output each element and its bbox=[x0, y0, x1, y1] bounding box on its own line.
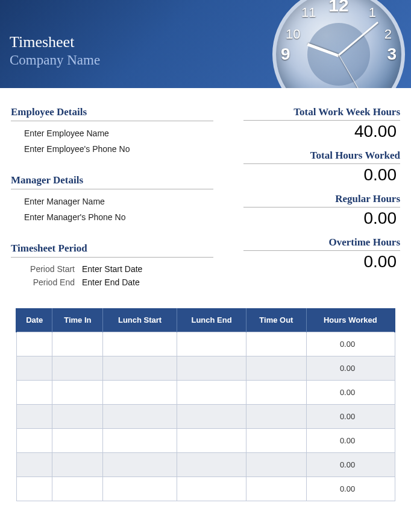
page-header: Timesheet Company Name 12 1 2 3 9 10 11 bbox=[0, 0, 411, 88]
cell-date[interactable] bbox=[16, 477, 52, 501]
table-row: 0.00 bbox=[16, 429, 395, 453]
cell-time-out[interactable] bbox=[246, 356, 306, 381]
employee-name-field[interactable]: Enter Employee Name bbox=[11, 126, 213, 142]
cell-lunch-start[interactable] bbox=[103, 381, 177, 405]
cell-lunch-end[interactable] bbox=[177, 332, 246, 356]
cell-time-in[interactable] bbox=[52, 477, 103, 501]
table-row: 0.00 bbox=[16, 381, 395, 405]
cell-time-out[interactable] bbox=[246, 332, 306, 356]
col-time-in: Time In bbox=[52, 308, 103, 332]
timesheet-table: Date Time In Lunch Start Lunch End Time … bbox=[16, 308, 395, 501]
table-row: 0.00 bbox=[16, 405, 395, 429]
manager-phone-field[interactable]: Enter Manager's Phone No bbox=[11, 210, 213, 226]
overtime-hours-value: 0.00 bbox=[243, 251, 400, 280]
manager-name-field[interactable]: Enter Manager Name bbox=[11, 194, 213, 210]
cell-date[interactable] bbox=[16, 332, 52, 356]
col-date: Date bbox=[16, 308, 52, 332]
col-hours-worked: Hours Worked bbox=[306, 308, 395, 332]
cell-date[interactable] bbox=[16, 356, 52, 381]
table-row: 0.00 bbox=[16, 477, 395, 501]
total-hours-worked-label: Total Hours Worked bbox=[243, 150, 400, 164]
cell-lunch-end[interactable] bbox=[177, 356, 246, 381]
table-row: 0.00 bbox=[16, 356, 395, 381]
cell-time-out[interactable] bbox=[246, 429, 306, 453]
total-work-week-value: 40.00 bbox=[243, 121, 400, 150]
total-hours-worked-value: 0.00 bbox=[243, 164, 400, 193]
cell-date[interactable] bbox=[16, 453, 52, 477]
cell-lunch-end[interactable] bbox=[177, 405, 246, 429]
col-lunch-start: Lunch Start bbox=[103, 308, 177, 332]
total-work-week-label: Total Work Week Hours bbox=[243, 106, 400, 121]
clock-image: 12 1 2 3 9 10 11 bbox=[236, 0, 411, 88]
table-header-row: Date Time In Lunch Start Lunch End Time … bbox=[16, 308, 395, 332]
cell-lunch-start[interactable] bbox=[103, 453, 177, 477]
employee-phone-field[interactable]: Enter Employee's Phone No bbox=[11, 142, 213, 157]
cell-lunch-end[interactable] bbox=[177, 429, 246, 453]
regular-hours-value: 0.00 bbox=[243, 207, 400, 236]
cell-time-out[interactable] bbox=[246, 477, 306, 501]
cell-time-in[interactable] bbox=[52, 405, 103, 429]
cell-lunch-end[interactable] bbox=[177, 477, 246, 501]
table-row: 0.00 bbox=[16, 453, 395, 477]
cell-hours: 0.00 bbox=[306, 429, 395, 453]
cell-lunch-start[interactable] bbox=[103, 429, 177, 453]
cell-lunch-end[interactable] bbox=[177, 453, 246, 477]
cell-lunch-start[interactable] bbox=[103, 405, 177, 429]
cell-hours: 0.00 bbox=[306, 381, 395, 405]
cell-time-in[interactable] bbox=[52, 356, 103, 381]
cell-lunch-start[interactable] bbox=[103, 477, 177, 501]
cell-hours: 0.00 bbox=[306, 356, 395, 381]
cell-time-in[interactable] bbox=[52, 381, 103, 405]
cell-time-in[interactable] bbox=[52, 453, 103, 477]
cell-lunch-start[interactable] bbox=[103, 332, 177, 356]
cell-hours: 0.00 bbox=[306, 477, 395, 501]
cell-time-in[interactable] bbox=[52, 332, 103, 356]
cell-time-in[interactable] bbox=[52, 429, 103, 453]
employee-heading: Employee Details bbox=[11, 106, 213, 121]
cell-time-out[interactable] bbox=[246, 381, 306, 405]
cell-hours: 0.00 bbox=[306, 332, 395, 356]
cell-date[interactable] bbox=[16, 381, 52, 405]
cell-time-out[interactable] bbox=[246, 405, 306, 429]
period-start-label: Period Start bbox=[11, 264, 82, 274]
cell-hours: 0.00 bbox=[306, 453, 395, 477]
regular-hours-label: Regular Hours bbox=[243, 193, 400, 207]
period-start-field[interactable]: Enter Start Date bbox=[82, 264, 142, 274]
period-heading: Timesheet Period bbox=[11, 242, 213, 258]
cell-lunch-start[interactable] bbox=[103, 356, 177, 381]
cell-date[interactable] bbox=[16, 429, 52, 453]
col-time-out: Time Out bbox=[246, 308, 306, 332]
cell-date[interactable] bbox=[16, 405, 52, 429]
table-row: 0.00 bbox=[16, 332, 395, 356]
col-lunch-end: Lunch End bbox=[177, 308, 246, 332]
cell-lunch-end[interactable] bbox=[177, 381, 246, 405]
overtime-hours-label: Overtime Hours bbox=[243, 236, 400, 251]
manager-heading: Manager Details bbox=[11, 174, 213, 189]
period-end-field[interactable]: Enter End Date bbox=[82, 277, 140, 287]
cell-hours: 0.00 bbox=[306, 405, 395, 429]
period-end-label: Period End bbox=[11, 277, 82, 287]
cell-time-out[interactable] bbox=[246, 453, 306, 477]
